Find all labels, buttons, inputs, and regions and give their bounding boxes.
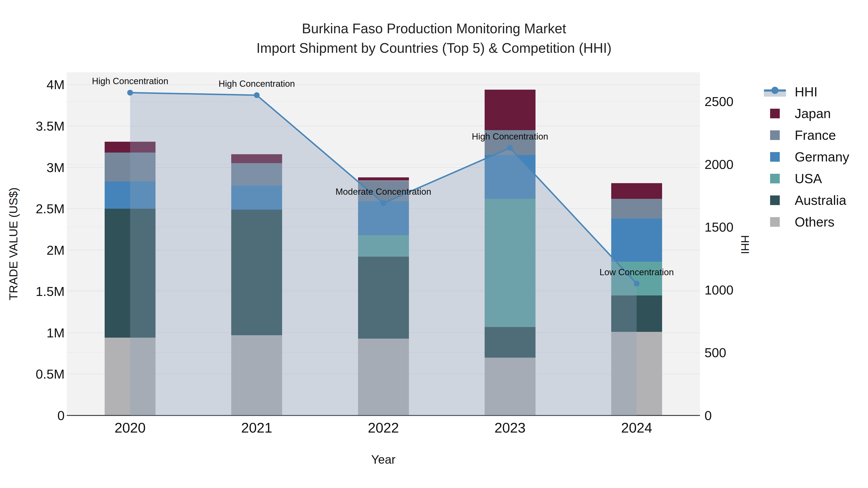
y-left-tick-3.5M: 3.5M xyxy=(7,120,65,133)
legend-sample-hhi xyxy=(764,85,791,99)
bar-segment-others-2021[interactable] xyxy=(231,335,282,416)
bar-segment-usa-2022[interactable] xyxy=(358,235,409,257)
legend-swatch-usa xyxy=(770,174,780,184)
bar-segment-japan-2023[interactable] xyxy=(485,90,535,130)
legend-label-australia: Australia xyxy=(795,193,846,208)
y-axis-title-left: TRADE VALUE (US$) xyxy=(7,188,20,300)
legend-item-france[interactable]: France xyxy=(764,124,849,146)
y-axis-title-right: HHI xyxy=(739,235,751,254)
legend-swatch-france xyxy=(770,130,780,140)
legend-item-japan[interactable]: Japan xyxy=(764,103,849,124)
y-right-tick-1000: 1000 xyxy=(705,283,734,296)
y-left-tick-4M: 4M xyxy=(7,78,65,91)
bar-segment-australia-2020[interactable] xyxy=(105,209,156,337)
legend-sample-australia xyxy=(764,194,791,207)
bar-segment-australia-2024[interactable] xyxy=(611,295,662,332)
bar-segment-france-2024[interactable] xyxy=(611,199,662,219)
bar-segment-australia-2022[interactable] xyxy=(358,257,409,338)
annotation-2023: High Concentration xyxy=(472,132,548,142)
bar-segment-others-2022[interactable] xyxy=(358,338,409,416)
x-tick-2021: 2021 xyxy=(241,421,272,434)
chart-title-line1: Burkina Faso Production Monitoring Marke… xyxy=(0,19,868,38)
x-tick-2020: 2020 xyxy=(115,421,146,434)
legend-swatch-australia xyxy=(770,195,780,205)
legend-item-hhi[interactable]: HHI xyxy=(764,81,849,103)
figure-canvas: Burkina Faso Production Monitoring Marke… xyxy=(0,0,868,488)
legend-label-usa: USA xyxy=(795,171,822,186)
legend-sample-others xyxy=(764,215,791,229)
y-left-tick-0: 0 xyxy=(7,409,65,422)
bar-segment-germany-2024[interactable] xyxy=(611,219,662,261)
bar-segment-australia-2021[interactable] xyxy=(231,210,282,335)
legend-swatch-germany xyxy=(770,152,780,162)
legend-swatch-others xyxy=(770,217,780,227)
legend-sample-france xyxy=(764,128,791,142)
bar-segment-others-2024[interactable] xyxy=(611,332,662,416)
y-right-tick-1500: 1500 xyxy=(705,221,734,233)
legend-label-germany: Germany xyxy=(795,149,849,165)
y-right-tick-2000: 2000 xyxy=(705,158,734,171)
legend-label-france: France xyxy=(795,128,836,143)
gridline-right-2000 xyxy=(67,164,700,165)
bar-segment-france-2021[interactable] xyxy=(231,163,282,186)
bar-segment-japan-2020[interactable] xyxy=(105,142,156,153)
gridline-left-3.5M xyxy=(67,126,700,126)
y-right-tick-2500: 2500 xyxy=(705,95,734,108)
legend: HHIJapanFranceGermanyUSAAustraliaOthers xyxy=(764,81,849,233)
x-tick-2023: 2023 xyxy=(495,421,526,434)
legend-label-japan: Japan xyxy=(795,106,831,121)
bar-segment-japan-2022[interactable] xyxy=(358,177,409,181)
y-left-tick-1M: 1M xyxy=(7,326,65,339)
legend-marker-dot-icon xyxy=(771,87,779,94)
legend-item-germany[interactable]: Germany xyxy=(764,146,849,168)
y-right-tick-0: 0 xyxy=(705,409,712,422)
legend-label-others: Others xyxy=(795,214,835,230)
x-tick-2022: 2022 xyxy=(368,421,399,434)
bar-segment-germany-2020[interactable] xyxy=(105,182,156,209)
annotation-2024: Low Concentration xyxy=(599,267,674,278)
x-axis-line xyxy=(67,415,700,416)
x-axis-title: Year xyxy=(371,453,396,466)
bar-segment-usa-2024[interactable] xyxy=(611,262,662,296)
annotation-2021: High Concentration xyxy=(218,79,295,89)
chart-title: Burkina Faso Production Monitoring Marke… xyxy=(0,19,868,58)
annotation-2022: Moderate Concentration xyxy=(336,187,431,197)
bar-segment-germany-2023[interactable] xyxy=(485,155,535,199)
bar-segment-germany-2021[interactable] xyxy=(231,186,282,210)
bar-segment-australia-2023[interactable] xyxy=(485,327,535,358)
bar-segment-japan-2021[interactable] xyxy=(231,154,282,163)
legend-item-usa[interactable]: USA xyxy=(764,168,849,189)
legend-swatch-japan xyxy=(770,109,780,118)
gridline-left-3M xyxy=(67,167,700,168)
bar-segment-france-2020[interactable] xyxy=(105,153,156,182)
y-right-tick-500: 500 xyxy=(705,346,726,359)
y-left-tick-0.5M: 0.5M xyxy=(7,367,65,381)
bar-segment-germany-2022[interactable] xyxy=(358,201,409,235)
bar-segment-usa-2023[interactable] xyxy=(485,199,535,327)
legend-sample-japan xyxy=(764,107,791,120)
legend-sample-usa xyxy=(764,172,791,185)
legend-label-hhi: HHI xyxy=(795,84,817,100)
annotation-2020: High Concentration xyxy=(92,76,168,86)
bar-segment-others-2020[interactable] xyxy=(105,337,156,416)
legend-item-others[interactable]: Others xyxy=(764,211,849,233)
legend-item-australia[interactable]: Australia xyxy=(764,189,849,211)
legend-sample-germany xyxy=(764,150,791,164)
bar-segment-japan-2024[interactable] xyxy=(611,183,662,199)
chart-title-line2: Import Shipment by Countries (Top 5) & C… xyxy=(0,38,868,58)
gridline-right-2500 xyxy=(67,101,700,102)
bar-segment-others-2023[interactable] xyxy=(485,358,535,416)
x-tick-2024: 2024 xyxy=(621,421,652,434)
y-left-tick-3M: 3M xyxy=(7,161,65,174)
